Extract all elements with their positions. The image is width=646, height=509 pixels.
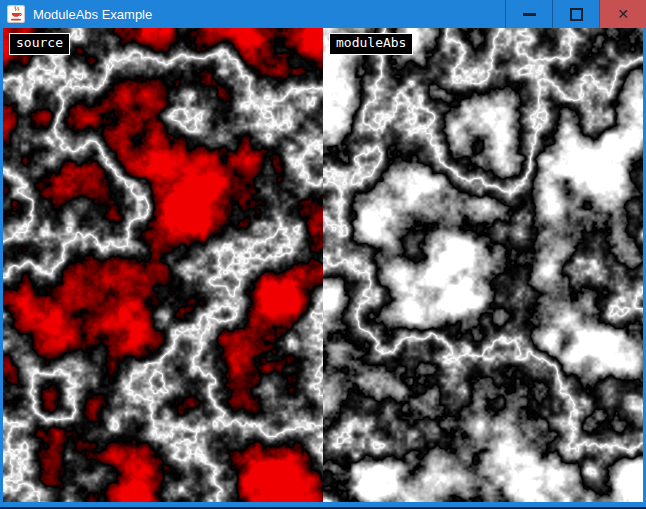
minimize-icon — [523, 13, 536, 16]
window-controls: ✕ — [505, 0, 646, 28]
app-window: ModuleAbs Example ✕ source moduleAbs — [0, 0, 646, 509]
window-title: ModuleAbs Example — [33, 7, 152, 22]
source-panel: source — [3, 28, 323, 502]
client-area: source moduleAbs — [3, 28, 643, 502]
title-bar[interactable]: ModuleAbs Example ✕ — [0, 0, 646, 28]
minimize-button[interactable] — [505, 0, 552, 28]
maximize-icon — [570, 8, 583, 21]
moduleabs-panel: moduleAbs — [323, 28, 643, 502]
close-icon: ✕ — [617, 7, 629, 21]
maximize-button[interactable] — [552, 0, 599, 28]
moduleabs-label: moduleAbs — [329, 33, 413, 55]
java-coffee-cup-icon[interactable] — [7, 5, 25, 23]
close-button[interactable]: ✕ — [599, 0, 646, 28]
moduleabs-noise-image — [323, 28, 643, 502]
source-label: source — [9, 33, 70, 55]
source-noise-image — [3, 28, 323, 502]
